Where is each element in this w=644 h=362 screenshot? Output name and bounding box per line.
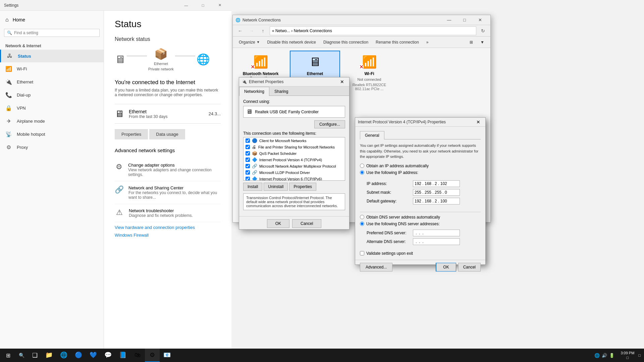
item-ipv4[interactable]: 🔷Internet Protocol Version 4 (TCP/IPv4) — [244, 157, 345, 163]
search-input[interactable] — [14, 31, 97, 35]
nav-up[interactable]: ↑ — [258, 26, 268, 36]
start-button[interactable]: ⊞ — [1, 349, 15, 362]
ipv4-ok-button[interactable]: OK — [436, 263, 456, 272]
item-qos[interactable]: 📦QoS Packet Scheduler — [244, 150, 345, 157]
item-label-2: QoS Packet Scheduler — [259, 152, 297, 156]
taskbar-app-word[interactable]: 📘 — [115, 349, 130, 362]
organize-button[interactable]: Organize ▼ — [235, 38, 263, 47]
view-dropdown-button[interactable]: ▼ — [477, 38, 488, 47]
preferred-dns-input[interactable] — [413, 230, 460, 236]
properties-button[interactable]: Properties — [115, 129, 148, 139]
item-ms-adapter[interactable]: 🔗Microsoft Network Adapter Multiplexor P… — [244, 163, 345, 169]
sidebar-item-proxy[interactable]: ⚙ Proxy — [0, 141, 104, 154]
sidebar-item-dialup[interactable]: 📞 Dial-up — [0, 88, 104, 102]
wifi-conn-name: Wi-Fi — [364, 71, 374, 76]
validate-checkbox[interactable] — [360, 251, 364, 255]
link-hardware[interactable]: View hardware and connection properties — [115, 225, 221, 230]
minimize-button[interactable]: — — [178, 0, 194, 11]
eth-props-close[interactable]: ✕ — [338, 77, 346, 86]
ipv4-close-button[interactable]: ✕ — [474, 118, 483, 126]
item-ipv6[interactable]: 🔷Internet Protocol Version 6 (TCP/IPv6) — [244, 176, 345, 181]
taskbar-app-edge[interactable]: 🌐 — [56, 349, 71, 362]
more-button[interactable]: » — [423, 38, 432, 47]
nav-back[interactable]: ← — [235, 26, 245, 36]
sys-tray-icons[interactable]: 🌐 🔊 🔋 — [590, 349, 619, 362]
rename-button[interactable]: Rename this connection — [372, 38, 422, 47]
tab-networking[interactable]: Networking — [239, 87, 269, 96]
gateway-input[interactable] — [413, 198, 460, 204]
sidebar-item-airplane[interactable]: ✈ Airplane mode — [0, 115, 104, 128]
ipv4-bottom: Advanced... OK Cancel — [355, 260, 485, 274]
link-firewall[interactable]: Windows Firewall — [115, 233, 221, 238]
sidebar-item-home[interactable]: ⌂ Home — [0, 13, 104, 26]
taskbar-app-file[interactable]: 📁 — [42, 349, 56, 362]
disable-network-button[interactable]: Disable this network device — [264, 38, 319, 47]
advanced-button[interactable]: Advanced... — [360, 263, 392, 272]
clock[interactable]: 3:09 PM □ — [619, 349, 636, 362]
taskbar-app-store[interactable]: 🛍 — [130, 349, 145, 362]
settings-taskbar-icon: ⚙ — [150, 351, 155, 359]
data-usage-button[interactable]: Data usage — [149, 129, 185, 139]
diagnose-button[interactable]: Diagnose this connection — [320, 38, 372, 47]
ip-address-label: IP address: — [367, 181, 410, 186]
item-file-print[interactable]: 🖨File and Printer Sharing for Microsoft … — [244, 144, 345, 150]
taskbar-app-skype[interactable]: 💬 — [101, 349, 115, 362]
obtain-dns-auto-option[interactable]: Obtain DNS server address automatically — [360, 215, 481, 220]
battery-sys-icon[interactable]: 🔋 — [608, 352, 615, 359]
obtain-auto-option[interactable]: Obtain an IP address automatically — [360, 164, 481, 168]
item-client-ms[interactable]: 🔵Client for Microsoft Networks — [244, 137, 345, 144]
configure-button[interactable]: Configure... — [314, 120, 345, 128]
net-conn-minimize[interactable]: — — [441, 15, 457, 25]
taskbar-app-mail[interactable]: 📧 — [160, 349, 174, 362]
sidebar-item-wifi[interactable]: 📶 Wi-Fi — [0, 62, 104, 75]
ip-address-input[interactable] — [413, 180, 460, 187]
taskbar-time-value: 3:09 PM — [621, 351, 634, 355]
close-button[interactable]: ✕ — [212, 0, 227, 11]
sidebar-item-mobile[interactable]: 📡 Mobile hotspot — [0, 128, 104, 141]
show-desktop[interactable]: □ — [636, 349, 643, 362]
use-following-option[interactable]: Use the following IP address: — [360, 170, 481, 175]
eth-ok-button[interactable]: OK — [267, 219, 289, 228]
adv-item-troubleshoot[interactable]: ⚠ Network troubleshooter Diagnose and fi… — [115, 204, 221, 222]
view-options-button[interactable]: ⊞ — [466, 38, 476, 47]
use-dns-option[interactable]: Use the following DNS server addresses: — [360, 222, 481, 226]
maximize-button[interactable]: □ — [195, 0, 211, 11]
eth-cancel-button[interactable]: Cancel — [292, 219, 321, 228]
taskbar-app-settings[interactable]: ⚙ — [145, 349, 160, 362]
settings-body: ⌂ Home 🔍 Network & Internet 🖧 Status 📶 W… — [0, 11, 231, 349]
mail-icon: 📧 — [163, 351, 171, 359]
dns-fields: Preferred DNS server: Alternate DNS serv… — [360, 230, 481, 245]
sidebar-item-ethernet[interactable]: 🔌 Ethernet — [0, 75, 104, 88]
nav-forward[interactable]: → — [247, 26, 256, 36]
install-button[interactable]: Install — [243, 183, 262, 191]
uninstall-button[interactable]: Uninstall — [264, 183, 288, 191]
sidebar-item-status[interactable]: 🖧 Status — [0, 50, 104, 62]
ipv4-tab-general[interactable]: General — [360, 131, 384, 139]
tab-sharing[interactable]: Sharing — [269, 87, 293, 96]
taskbar-task-view[interactable]: ❑ — [28, 349, 42, 362]
subnet-input[interactable] — [413, 189, 460, 196]
eth-props-title-text: Ethernet Properties — [249, 79, 283, 84]
net-conn-maximize[interactable]: □ — [457, 15, 472, 25]
sharing-icon: 🔗 — [115, 185, 124, 194]
gateway-label: Default gateway: — [367, 199, 410, 203]
globe-icon-group: 🌐 — [197, 53, 210, 66]
sidebar-item-vpn[interactable]: 🔒 VPN — [0, 102, 104, 115]
network-sys-icon[interactable]: 🌐 — [594, 352, 600, 359]
bluetooth-conn-icon: 📶 — [253, 55, 268, 69]
adv-item-adapter[interactable]: ⚙ Change adapter options View network ad… — [115, 159, 221, 181]
item-lldp[interactable]: 🔗Microsoft LLDP Protocol Driver — [244, 169, 345, 176]
taskbar-search[interactable]: 🔍 — [15, 349, 28, 362]
mobile-icon: 📡 — [5, 131, 12, 137]
ipv4-cancel-button[interactable]: Cancel — [458, 263, 481, 272]
alternate-dns-input[interactable] — [413, 238, 460, 245]
taskbar-app-vscode[interactable]: 💙 — [86, 349, 101, 362]
volume-sys-icon[interactable]: 🔊 — [601, 352, 608, 359]
ethernet-card-value: 24.3... — [209, 111, 221, 116]
taskbar-app-chrome[interactable]: 🔵 — [71, 349, 86, 362]
adv-item-sharing[interactable]: 🔗 Network and Sharing Center For the net… — [115, 181, 221, 204]
refresh-button[interactable]: ↻ — [478, 26, 488, 36]
net-conn-close[interactable]: ✕ — [472, 15, 488, 25]
eth-properties-button[interactable]: Properties — [289, 183, 316, 191]
net-item-wifi[interactable]: 📶 ✕ Wi-Fi Not connected Realtek RTL8822C… — [344, 51, 394, 99]
